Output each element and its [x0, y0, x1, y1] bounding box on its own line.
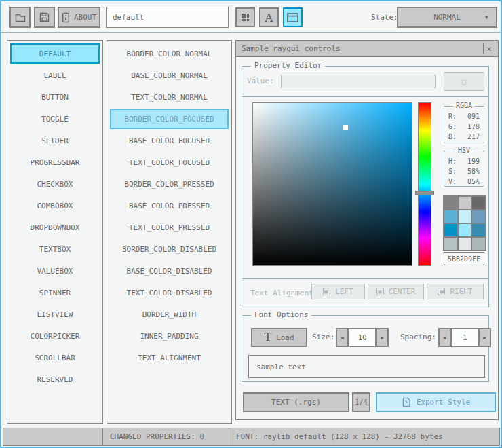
palette-swatch[interactable]	[472, 238, 485, 250]
statusbar-font-info: FONT: raylib default (128 x 128) - 32768…	[229, 428, 500, 446]
save-file-button[interactable]	[34, 7, 55, 28]
export-format-button[interactable]: TEXT (.rgs)	[243, 392, 349, 412]
arrow-right-icon: ▶	[483, 335, 486, 341]
arrow-left-icon: ◀	[341, 335, 344, 341]
property-item-selected[interactable]: BORDER_COLOR_FOCUSED	[110, 109, 229, 129]
control-item-label[interactable]: LABEL	[10, 65, 100, 86]
rgba-label: RGBA	[453, 102, 475, 109]
window-panel-icon	[287, 13, 298, 22]
control-item-combobox[interactable]: COMBOBOX	[10, 195, 100, 216]
sample-controls-window: Sample raygui controls × Property Editor…	[235, 40, 499, 420]
value-input[interactable]	[281, 75, 436, 88]
about-button[interactable]: ABOUT	[58, 7, 100, 28]
spacing-value-box[interactable]: 1	[451, 328, 478, 347]
export-file-icon	[402, 397, 411, 407]
property-item[interactable]: BASE_COLOR_NORMAL	[110, 65, 229, 86]
state-dropdown-value: NORMAL	[433, 13, 461, 22]
property-item[interactable]: BASE_COLOR_DISABLED	[110, 261, 229, 281]
window-titlebar[interactable]: Sample raygui controls	[236, 41, 498, 57]
align-left-button[interactable]: LEFT	[311, 284, 365, 299]
property-item[interactable]: TEXT_COLOR_FOCUSED	[110, 152, 229, 172]
palette-swatch[interactable]	[472, 224, 485, 236]
spacing-decrement-button[interactable]: ◀	[438, 328, 451, 347]
property-item[interactable]: INNER_PADDING	[110, 326, 229, 346]
arrow-right-icon: ▶	[381, 335, 384, 341]
font-options-label: Font Options	[251, 310, 311, 319]
style-color-palette[interactable]	[443, 195, 486, 251]
size-increment-button[interactable]: ▶	[376, 328, 389, 347]
properties-listview: BORDER_COLOR_NORMAL BASE_COLOR_NORMAL TE…	[107, 40, 232, 424]
close-button[interactable]: ×	[483, 43, 495, 54]
export-style-button[interactable]: Export Style	[376, 392, 496, 412]
property-item[interactable]: BORDER_COLOR_DISABLED	[110, 239, 229, 259]
text-alignment-label: Text Alignment:	[250, 288, 317, 297]
control-item-progressbar[interactable]: PROGRESSBAR	[10, 152, 100, 172]
export-style-label: Export Style	[417, 398, 470, 407]
property-item[interactable]: BASE_COLOR_PRESSED	[110, 195, 229, 216]
property-item[interactable]: BASE_COLOR_FOCUSED	[110, 130, 229, 151]
statusbar-empty-cell	[3, 428, 103, 446]
property-item[interactable]: BORDER_COLOR_NORMAL	[110, 43, 229, 64]
hex-value-box: 5BB2D9FF	[444, 252, 484, 265]
control-item-toggle[interactable]: TOGGLE	[10, 109, 100, 129]
controls-view-toggle[interactable]	[283, 7, 303, 27]
hue-slider-bar[interactable]	[418, 102, 431, 266]
palette-swatch[interactable]	[444, 238, 457, 250]
font-view-toggle[interactable]: A	[259, 7, 279, 27]
load-font-button[interactable]: T Load	[251, 328, 307, 347]
control-item-scrollbar[interactable]: SCROLLBAR	[10, 348, 100, 368]
sample-text-box[interactable]: sample text	[248, 355, 485, 378]
size-label: Size:	[312, 333, 334, 341]
control-item-valuebox[interactable]: VALUEBOX	[10, 261, 100, 281]
palette-swatch[interactable]	[459, 224, 471, 236]
palette-swatch[interactable]	[472, 210, 485, 223]
palette-swatch[interactable]	[459, 197, 471, 209]
font-options-group: Font Options T Load Size: ◀ 10 ▶ Spacing…	[242, 315, 489, 382]
style-name-input[interactable]	[106, 7, 229, 28]
property-item[interactable]: BORDER_COLOR_PRESSED	[110, 174, 229, 194]
hue-slider	[415, 102, 434, 266]
property-item[interactable]: TEXT_COLOR_DISABLED	[110, 282, 229, 303]
palette-swatch[interactable]	[444, 197, 457, 209]
info-icon	[62, 12, 70, 23]
control-item-colorpicker[interactable]: COLORPICKER	[10, 326, 100, 346]
control-item-dropdownbox[interactable]: DROPDOWNBOX	[10, 217, 100, 238]
window-title: Sample raygui controls	[242, 44, 341, 53]
picker-cursor[interactable]	[343, 125, 348, 130]
palette-swatch[interactable]	[459, 210, 471, 223]
divider	[242, 96, 488, 97]
state-dropdown[interactable]: NORMAL ▼	[397, 7, 497, 28]
open-file-button[interactable]	[9, 7, 31, 28]
control-item-spinner[interactable]: SPINNER	[10, 282, 100, 303]
control-item-default[interactable]: DEFAULT	[10, 43, 100, 64]
format-pager-button[interactable]: 1/4	[352, 392, 370, 412]
control-item-listview[interactable]: LISTVIEW	[10, 304, 100, 324]
align-center-button[interactable]: CENTER	[368, 284, 424, 299]
palette-swatch[interactable]	[472, 197, 485, 209]
control-item-slider[interactable]: SLIDER	[10, 130, 100, 151]
value-button[interactable]: □	[444, 72, 484, 91]
hsv-row-s: S:58%	[444, 166, 484, 176]
grid-view-toggle[interactable]	[235, 7, 255, 27]
palette-swatch[interactable]	[444, 210, 457, 223]
control-item-checkbox[interactable]: CHECKBOX	[10, 174, 100, 194]
property-item[interactable]: TEXT_COLOR_NORMAL	[110, 87, 229, 107]
spacing-increment-button[interactable]: ▶	[478, 328, 491, 347]
hue-slider-handle[interactable]	[415, 191, 434, 195]
control-item-reserved[interactable]: RESERVED	[10, 369, 100, 390]
property-item[interactable]: TEXT_ALIGNMENT	[110, 348, 229, 368]
size-value-box[interactable]: 10	[349, 328, 376, 347]
property-item[interactable]: BORDER_WIDTH	[110, 304, 229, 324]
hex-value: 5BB2D9FF	[448, 255, 480, 263]
floppy-disk-icon	[39, 12, 50, 22]
saturation-value-square[interactable]	[252, 102, 412, 266]
property-item[interactable]: TEXT_COLOR_PRESSED	[110, 217, 229, 238]
size-decrement-button[interactable]: ◀	[336, 328, 349, 347]
control-item-button[interactable]: BUTTON	[10, 87, 100, 107]
palette-swatch[interactable]	[444, 224, 457, 236]
palette-swatch[interactable]	[459, 238, 471, 250]
text-t-icon: T	[264, 332, 271, 343]
chevron-down-icon: ▼	[485, 14, 488, 20]
control-item-textbox[interactable]: TEXTBOX	[10, 239, 100, 259]
align-right-button[interactable]: RIGHT	[427, 284, 484, 299]
